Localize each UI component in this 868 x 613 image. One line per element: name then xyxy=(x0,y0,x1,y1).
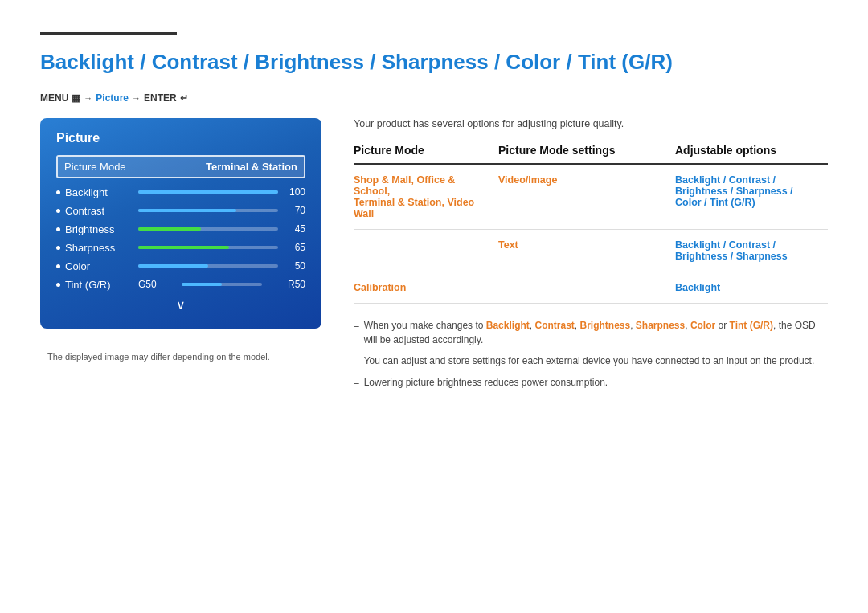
notes-section: – When you make changes to Backlight, Co… xyxy=(354,318,828,390)
osd-row-backlight: Backlight100 xyxy=(56,186,305,198)
dash-1: – xyxy=(354,319,359,333)
footnote: – The displayed image may differ dependi… xyxy=(40,345,321,362)
picture-link: Picture xyxy=(96,92,129,104)
cell-options-1: Backlight / Contrast / Brightness / Shar… xyxy=(675,174,828,208)
video-image-text: Video/Image xyxy=(498,174,557,186)
note-2-text: You can adjust and store settings for ea… xyxy=(364,353,815,368)
value-color: 50 xyxy=(283,260,305,272)
enter-icon: ↵ xyxy=(180,92,188,104)
intro-text: Your product has several options for adj… xyxy=(354,118,828,129)
cell-options-2: Backlight / Contrast / Brightness / Shar… xyxy=(675,239,828,262)
fill-contrast xyxy=(138,209,236,212)
enter-label: ENTER xyxy=(144,92,177,104)
bullet-contrast xyxy=(56,209,60,213)
top-rule xyxy=(40,32,177,35)
value-backlight: 100 xyxy=(283,186,305,198)
slider-container-brightness: 45 xyxy=(138,223,305,235)
note-3-text: Lowering picture brightness reduces powe… xyxy=(364,375,608,390)
options-2-text: Backlight / Contrast / Brightness / Shar… xyxy=(675,239,788,262)
picture-mode-value: Terminal & Station xyxy=(206,161,297,173)
track-color[interactable] xyxy=(138,264,278,268)
name-color: Color xyxy=(65,260,133,272)
options-3-text: Backlight xyxy=(675,282,720,293)
slider-container-backlight: 100 xyxy=(138,186,305,198)
osd-picture-mode-row[interactable]: Picture Mode Terminal & Station xyxy=(56,155,305,178)
value-brightness: 45 xyxy=(283,223,305,235)
col-header-mode: Picture Mode xyxy=(354,144,498,157)
right-panel: Your product has several options for adj… xyxy=(354,118,828,397)
name-sharpness: Sharpness xyxy=(65,242,133,254)
slider-container-color: 50 xyxy=(138,260,305,272)
table-row-1: Shop & Mall, Office & School,Terminal & … xyxy=(354,165,828,230)
osd-title: Picture xyxy=(56,131,305,145)
fill-color xyxy=(138,264,208,268)
dash-footnote: – xyxy=(40,352,47,362)
track-brightness[interactable] xyxy=(138,227,278,231)
value-contrast: 70 xyxy=(283,205,305,216)
fill-brightness xyxy=(138,227,201,231)
col-header-options: Adjustable options xyxy=(675,144,828,157)
text-label: Text xyxy=(498,239,518,251)
slider-container-sharpness: 65 xyxy=(138,242,305,253)
left-panel: Picture Picture Mode Terminal & Station … xyxy=(40,118,321,362)
name-brightness: Brightness xyxy=(65,223,133,235)
tint-left: G50 xyxy=(138,279,157,290)
tint-right: R50 xyxy=(288,279,305,290)
bullet-backlight xyxy=(56,190,60,194)
tint-row: Tint (G/R) G50 R50 xyxy=(56,279,305,291)
arrow-2: → xyxy=(132,93,141,103)
menu-label: MENU xyxy=(40,92,68,104)
cell-mode-3: Calibration xyxy=(354,282,498,293)
track-sharpness[interactable] xyxy=(138,246,278,249)
fill-backlight xyxy=(138,190,278,194)
bullet-brightness xyxy=(56,227,60,231)
cell-options-3: Backlight xyxy=(675,282,828,293)
name-contrast: Contrast xyxy=(65,205,133,217)
dash-3: – xyxy=(354,376,359,390)
tint-labels: G50 R50 xyxy=(138,279,305,290)
tint-name: Tint (G/R) xyxy=(65,279,133,291)
tint-track[interactable] xyxy=(182,283,262,286)
tint-bullet xyxy=(56,283,60,287)
page-title: Backlight / Contrast / Brightness / Shar… xyxy=(40,49,828,76)
note-1-text: When you make changes to Backlight, Cont… xyxy=(364,318,828,347)
osd-row-color: Color50 xyxy=(56,260,305,272)
slider-container-contrast: 70 xyxy=(138,205,305,216)
note-2: – You can adjust and store settings for … xyxy=(354,353,828,369)
menu-icon: ▦ xyxy=(72,92,80,104)
osd-chevron[interactable]: ∨ xyxy=(56,297,305,313)
track-backlight[interactable] xyxy=(138,190,278,194)
table-row-2: Text Backlight / Contrast / Brightness /… xyxy=(354,230,828,272)
table-header: Picture Mode Picture Mode settings Adjus… xyxy=(354,144,828,165)
col-header-settings: Picture Mode settings xyxy=(498,144,675,157)
picture-mode-label: Picture Mode xyxy=(64,161,126,173)
content-layout: Picture Picture Mode Terminal & Station … xyxy=(40,118,828,397)
osd-row-contrast: Contrast70 xyxy=(56,205,305,217)
dash-2: – xyxy=(354,354,359,369)
name-backlight: Backlight xyxy=(65,186,133,198)
cell-settings-2: Text xyxy=(498,239,675,251)
menu-path: MENU ▦ → Picture → ENTER ↵ xyxy=(40,92,828,104)
osd-menu: Picture Picture Mode Terminal & Station … xyxy=(40,118,321,329)
track-contrast[interactable] xyxy=(138,209,278,212)
arrow-1: → xyxy=(84,93,92,103)
table-row-3: Calibration Backlight xyxy=(354,272,828,304)
fill-sharpness xyxy=(138,246,229,249)
value-sharpness: 65 xyxy=(283,242,305,253)
tint-fill xyxy=(182,283,222,286)
cell-settings-1: Video/Image xyxy=(498,174,675,186)
calibration-label: Calibration xyxy=(354,282,406,293)
note-1: – When you make changes to Backlight, Co… xyxy=(354,318,828,347)
note-3: – Lowering picture brightness reduces po… xyxy=(354,375,828,390)
options-1-text: Backlight / Contrast / Brightness / Shar… xyxy=(675,174,793,208)
bullet-sharpness xyxy=(56,246,60,250)
cell-mode-1: Shop & Mall, Office & School,Terminal & … xyxy=(354,174,498,219)
osd-row-sharpness: Sharpness65 xyxy=(56,242,305,254)
cell-mode-1-text: Shop & Mall, Office & School,Terminal & … xyxy=(354,174,474,219)
footnote-text: The displayed image may differ depending… xyxy=(47,352,270,362)
bullet-color xyxy=(56,264,60,268)
osd-row-brightness: Brightness45 xyxy=(56,223,305,235)
osd-settings-container: Backlight100Contrast70Brightness45Sharpn… xyxy=(56,186,305,272)
